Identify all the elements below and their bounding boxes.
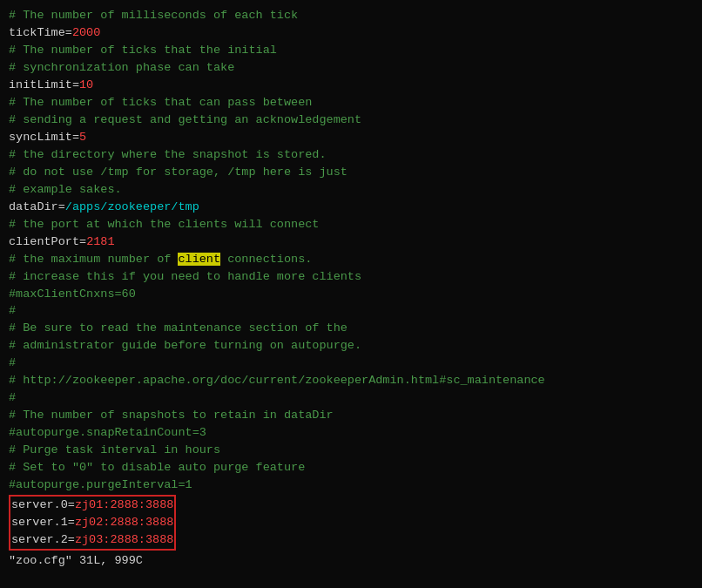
server-line-2: server.2=zj03:2888:3888 [11,531,173,549]
line-11: # example sakes. [9,181,693,199]
line-26: # Purge task interval in hours [9,442,693,459]
line-28: #autopurge.purgeInterval=1 [9,476,693,494]
server-block: server.0=zj01:2888:3888 server.1=zj02:28… [9,495,176,551]
line-4: # synchronization phase can take [9,59,693,77]
line-17: #maxClientCnxns=60 [9,286,693,303]
line-22: # http://zookeeper.apache.org/doc/curren… [9,372,693,389]
line-23: # [9,389,693,407]
line-9: # the directory where the snapshot is st… [9,146,693,164]
status-bar: "zoo.cfg" 31L, 999C [9,552,693,570]
line-6: # The number of ticks that can pass betw… [9,94,693,112]
line-3: # The number of ticks that the initial [9,42,693,59]
line-27: # Set to "0" to disable auto purge featu… [9,459,693,476]
line-18: # [9,302,693,320]
terminal-window: # The number of milliseconds of each tic… [0,0,702,588]
server-line-0: server.0=zj01:2888:3888 [11,497,173,514]
line-10: # do not use /tmp for storage, /tmp here… [9,164,693,181]
line-5: initLimit=10 [9,77,693,94]
line-8: syncLimit=5 [9,129,693,146]
line-1: # The number of milliseconds of each tic… [9,7,693,24]
line-25: #autopurge.snapRetainCount=3 [9,424,693,442]
line-16: # increase this if you need to handle mo… [9,268,693,286]
line-20: # administrator guide before turning on … [9,337,693,355]
line-2: tickTime=2000 [9,24,693,42]
line-24: # The number of snapshots to retain in d… [9,407,693,424]
line-13: # the port at which the clients will con… [9,216,693,233]
server-line-1: server.1=zj02:2888:3888 [11,514,173,531]
line-15: # the maximum number of client connectio… [9,251,693,268]
line-19: # Be sure to read the maintenance sectio… [9,320,693,337]
line-14: clientPort=2181 [9,233,693,251]
line-12: dataDir=/apps/zookeeper/tmp [9,199,693,216]
line-21: # [9,355,693,372]
line-7: # sending a request and getting an ackno… [9,112,693,129]
